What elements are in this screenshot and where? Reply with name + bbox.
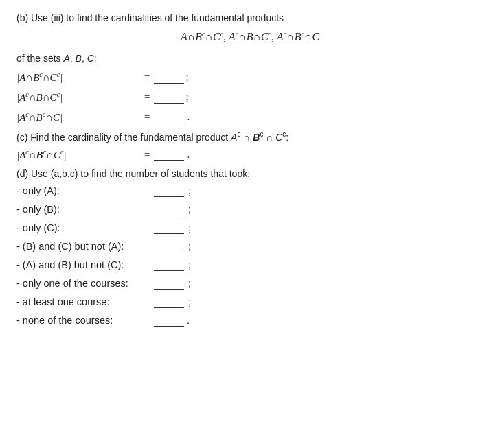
only-a-semi: ; [185,185,191,196]
row3-label: |Ac∩Bc∩C| [16,110,140,123]
row-ac-bc-c: |Ac∩Bc∩C| = . [16,110,484,123]
row1-equals: = [144,71,150,83]
section-c: (c) Find the cardinality of the fundamen… [16,130,484,161]
at-least-one-semi: ; [185,296,191,307]
formula-display: A∩Bc∩Cc, Ac∩B∩Cc, Ac∩Bc∩C [16,30,484,43]
only-a-row: - only (A): ; [16,185,484,197]
at-least-one-input[interactable] [154,296,184,308]
only-one-row: - only one of the courses: ; [16,277,484,290]
only-c-label: - only (C): [16,222,154,233]
only-b-input[interactable] [154,203,184,215]
rowc-label: |Ac∩Bc∩Cc| [16,148,140,161]
none-dot: . [187,315,190,326]
only-one-semi: ; [185,278,191,289]
row2-label: |Ac∩B∩Cc| [16,91,140,104]
a-and-b-not-c-row: - (A) and (B) but not (C): ; [16,259,484,271]
row1-semi: ; [185,71,188,83]
section-d: (d) Use (a,b,c) to find the number of st… [16,168,484,327]
b-and-c-not-a-input[interactable] [154,240,184,252]
row1-label: |A∩Bc∩Cc| [16,71,140,84]
only-c-row: - only (C): ; [16,222,484,234]
row-ac-b-cc: |Ac∩B∩Cc| = ; [16,91,484,104]
a-and-b-not-c-semi: ; [185,259,191,270]
a-and-b-not-c-input[interactable] [154,259,184,271]
only-b-label: - only (B): [16,204,154,215]
b-and-c-not-a-label: - (B) and (C) but not (A): [16,241,154,252]
b-and-c-not-a-row: - (B) and (C) but not (A): ; [16,240,484,252]
only-b-semi: ; [185,204,191,215]
a-and-b-not-c-label: - (A) and (B) but not (C): [16,259,154,270]
at-least-one-label: - at least one course: [16,296,154,307]
section-b-label: (b) Use (iii) to find the cardinalities … [16,12,484,23]
only-one-input[interactable] [154,277,184,290]
row3-input[interactable] [154,111,184,123]
row3-dot: . [187,111,190,123]
section-b-text: of the sets A, B, C: [16,53,484,64]
b-and-c-not-a-semi: ; [185,241,191,252]
none-label: - none of the courses: [16,315,154,326]
only-c-input[interactable] [154,222,184,234]
only-c-semi: ; [185,222,191,233]
at-least-one-row: - at least one course: ; [16,296,484,308]
none-row: - none of the courses: . [16,314,484,327]
rowc-equals: = [144,149,150,161]
only-one-label: - only one of the courses: [16,278,154,289]
row-ab-cc: |A∩Bc∩Cc| = ; [16,71,484,84]
row2-equals: = [144,91,150,103]
section-c-label: (c) Find the cardinality of the fundamen… [16,130,484,143]
rowc-input[interactable] [154,148,184,161]
none-input[interactable] [154,314,184,327]
section-d-label: (d) Use (a,b,c) to find the number of st… [16,168,484,179]
row2-input[interactable] [154,91,184,104]
row2-semi: ; [185,91,188,103]
rowc-dot: . [187,149,190,161]
only-b-row: - only (B): ; [16,203,484,215]
only-a-label: - only (A): [16,185,154,196]
row1-input[interactable] [154,71,184,84]
row3-equals: = [144,111,150,123]
section-b: (b) Use (iii) to find the cardinalities … [16,12,484,123]
row-ac-bc-cc: |Ac∩Bc∩Cc| = . [16,148,484,161]
only-a-input[interactable] [154,185,184,197]
